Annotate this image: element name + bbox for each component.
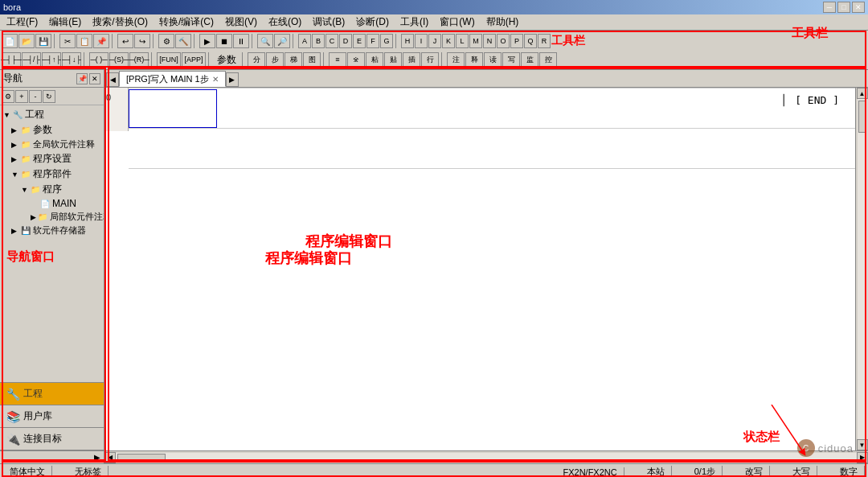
menu-search[interactable]: 搜索/替换(O) [88, 14, 153, 31]
tb-a16[interactable]: P [510, 34, 523, 48]
maximize-button[interactable]: □ [837, 2, 850, 13]
scroll-up-button[interactable]: ▲ [857, 88, 868, 99]
nav-tab-connection[interactable]: 🔌 连接目标 [0, 428, 104, 450]
btn5[interactable]: ▶ [199, 34, 215, 48]
nav-refresh-icon[interactable]: ↻ [43, 90, 55, 103]
nav-project-icon[interactable]: ⚙ [2, 90, 14, 103]
r2-b3[interactable]: 梯 [285, 52, 302, 67]
nav-dock-button[interactable]: 📌 [76, 73, 88, 84]
tb-a9[interactable]: I [415, 34, 428, 48]
copy-button[interactable]: 📋 [76, 34, 92, 48]
tree-params[interactable]: ▶ 📁 参数 [2, 122, 102, 138]
contact-pu[interactable]: ─┤↑├ [42, 52, 61, 67]
tb-a1[interactable]: A [298, 34, 311, 48]
tree-program[interactable]: ▼ 📁 程序 [2, 182, 102, 197]
nav-tab-project[interactable]: 🔧 工程 [0, 383, 104, 405]
r2-b9[interactable]: 插 [403, 52, 420, 67]
r2-b13[interactable]: 读 [484, 52, 502, 67]
close-button[interactable]: ✕ [852, 2, 865, 13]
tree-prog-settings[interactable]: ▶ 📁 程序设置 [2, 151, 102, 167]
func-box[interactable]: [FUN] [157, 52, 181, 67]
tb-a3[interactable]: C [326, 34, 338, 48]
nav-expand-arrow[interactable]: ▶ [94, 453, 100, 462]
menu-project[interactable]: 工程(F) [2, 14, 43, 31]
tb-a7[interactable]: G [380, 34, 393, 48]
tb-a12[interactable]: L [456, 34, 469, 48]
tree-global-comment[interactable]: ▶ 📁 全局软元件注释 [2, 138, 102, 151]
menu-debug[interactable]: 调试(B) [308, 14, 350, 31]
r2-b11[interactable]: 注 [447, 52, 465, 67]
r2-b2[interactable]: 步 [266, 52, 284, 67]
new-button[interactable]: 📄 [2, 34, 18, 48]
tree-project[interactable]: ▼ 🔧 工程 [2, 107, 102, 122]
scroll-right-button[interactable]: ▶ [857, 452, 868, 463]
minimize-button[interactable]: ─ [823, 2, 836, 13]
tb-a8[interactable]: H [401, 34, 414, 48]
btn9[interactable]: 🔎 [274, 34, 290, 48]
menu-help[interactable]: 帮助(H) [481, 14, 524, 31]
tab-scroll-left[interactable]: ◀ [106, 72, 119, 87]
tb-a13[interactable]: M [469, 34, 482, 48]
r2-b12[interactable]: 释 [465, 52, 483, 67]
scroll-down-button[interactable]: ▼ [857, 439, 868, 450]
tb-a10[interactable]: J [428, 34, 441, 48]
r2-b16[interactable]: 控 [539, 52, 557, 67]
tree-local-comment[interactable]: ▶ 📁 局部软元件注释 [2, 210, 102, 224]
tree-main[interactable]: ▶ 📄 MAIN [2, 197, 102, 210]
scroll-left-button[interactable]: ◀ [104, 452, 116, 463]
tb-a11[interactable]: K [442, 34, 455, 48]
contact-pd[interactable]: ─┤↓├ [62, 52, 81, 67]
func-box2[interactable]: [APP] [182, 52, 206, 67]
tab-scroll-right[interactable]: ▶ [226, 72, 239, 87]
r2-b6[interactable]: ※ [347, 52, 365, 67]
coil-r[interactable]: ─(R)─ [129, 52, 149, 67]
r2-b5[interactable]: ≡ [329, 52, 346, 67]
r2-b7[interactable]: 粘 [366, 52, 383, 67]
tb-a18[interactable]: R [538, 34, 551, 48]
nav-tab-userlib[interactable]: 📚 用户库 [0, 405, 104, 428]
menu-online[interactable]: 在线(O) [264, 14, 306, 31]
save-button[interactable]: 💾 [35, 34, 51, 48]
cut-button[interactable]: ✂ [59, 34, 76, 48]
tb-a5[interactable]: E [353, 34, 366, 48]
h-scroll-thumb[interactable] [117, 454, 166, 462]
nav-expand-icon[interactable]: + [15, 90, 28, 103]
tab-close-button[interactable]: ✕ [212, 75, 219, 84]
btn8[interactable]: 🔍 [257, 34, 273, 48]
tb-a17[interactable]: Q [524, 34, 537, 48]
v-scrollbar[interactable]: ▲ ▼ [855, 88, 868, 450]
contact-nc[interactable]: ─┤/├ [22, 52, 41, 67]
menu-tools[interactable]: 工具(I) [395, 14, 433, 31]
r2-b8[interactable]: 贴 [384, 52, 402, 67]
h-scrollbar[interactable]: ◀ ▶ [104, 450, 868, 463]
menu-window[interactable]: 窗口(W) [435, 14, 479, 31]
tree-device-memory[interactable]: ▶ 💾 软元件存储器 [2, 224, 102, 237]
r2-b1[interactable]: 分 [248, 52, 265, 67]
r2-b14[interactable]: 写 [502, 52, 520, 67]
menu-edit[interactable]: 编辑(E) [44, 14, 86, 31]
coil-s[interactable]: ─(S)─ [109, 52, 129, 67]
redo-button[interactable]: ↪ [134, 34, 150, 48]
contact-no[interactable]: ─┤├─ [2, 52, 21, 67]
btn7[interactable]: ⏸ [233, 34, 249, 48]
ladder-cell-0[interactable] [129, 89, 217, 128]
build-button[interactable]: 🔨 [175, 34, 191, 48]
menu-diagnostic[interactable]: 诊断(D) [351, 14, 394, 31]
menu-view[interactable]: 视图(V) [220, 14, 262, 31]
tb-a6[interactable]: F [366, 34, 379, 48]
tree-prog-parts[interactable]: ▼ 📁 程序部件 [2, 167, 102, 182]
r2-b15[interactable]: 监 [521, 52, 538, 67]
r2-b10[interactable]: 行 [421, 52, 439, 67]
tb-a4[interactable]: D [339, 34, 352, 48]
tb-a14[interactable]: N [483, 34, 496, 48]
menu-compile[interactable]: 转换/编译(C) [154, 14, 219, 31]
nav-collapse-icon[interactable]: - [29, 90, 42, 103]
tb-a15[interactable]: O [497, 34, 510, 48]
editor-content[interactable]: 0 │ [ END ] 导航窗口 程序编辑窗口 [104, 88, 855, 450]
btn6[interactable]: ⏹ [216, 34, 232, 48]
editor-tab-main[interactable]: [PRG]写入 MAIN 1步 ✕ [119, 71, 226, 87]
undo-button[interactable]: ↩ [117, 34, 133, 48]
tb-a2[interactable]: B [312, 34, 325, 48]
ladder-area[interactable]: 0 │ [ END ] 导航窗口 程序编辑窗口 [104, 88, 855, 450]
paste-button[interactable]: 📌 [93, 34, 109, 48]
